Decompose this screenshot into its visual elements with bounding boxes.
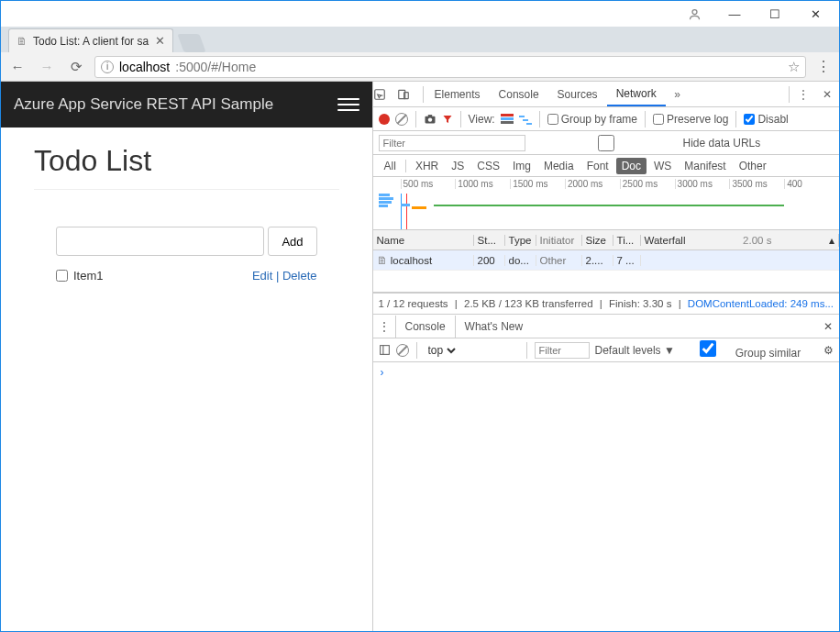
type-xhr[interactable]: XHR [410, 158, 444, 174]
devtools-close-icon[interactable]: ✕ [815, 88, 839, 101]
type-doc[interactable]: Doc [616, 158, 647, 174]
hide-data-urls-checkbox[interactable]: Hide data URLs [533, 135, 761, 151]
edit-link[interactable]: Edit [252, 269, 272, 283]
type-ws[interactable]: WS [648, 158, 677, 174]
devtools-menu-icon[interactable]: ⋮ [791, 88, 815, 101]
svg-rect-8 [501, 117, 514, 120]
type-manifest[interactable]: Manifest [679, 158, 731, 174]
svg-rect-12 [526, 123, 532, 125]
type-img[interactable]: Img [507, 158, 536, 174]
url-host: localhost [119, 60, 170, 74]
tab-sources[interactable]: Sources [548, 82, 607, 106]
dcl-link[interactable]: DOMContentLoaded: 249 ms... [688, 298, 834, 309]
type-media[interactable]: Media [538, 158, 580, 174]
tab-close-icon[interactable]: ✕ [155, 34, 165, 48]
record-button[interactable] [379, 114, 390, 125]
omnibox[interactable]: i localhost:5000/#/Home ☆ [94, 56, 806, 78]
type-font[interactable]: Font [581, 158, 614, 174]
window-titlebar: — ☐ ✕ [1, 1, 839, 27]
col-size[interactable]: Size [582, 235, 613, 246]
nav-back-button[interactable]: ← [6, 59, 28, 74]
page-icon: 🗎 [17, 35, 28, 48]
todo-list-item: Item1 Edit | Delete [56, 269, 317, 283]
nav-reload-button[interactable]: ⟳ [65, 59, 87, 75]
browser-tab[interactable]: 🗎 Todo List: A client for sa ✕ [8, 28, 173, 52]
console-filter-input[interactable] [535, 342, 590, 359]
add-todo-button[interactable]: Add [268, 227, 316, 256]
todo-checkbox[interactable] [56, 270, 68, 282]
type-js[interactable]: JS [446, 158, 470, 174]
device-toggle-icon[interactable] [397, 88, 421, 101]
devtools-panel: Elements Console Sources Network » ⋮ ✕ V… [372, 82, 839, 631]
delete-link[interactable]: Delete [282, 269, 317, 283]
page-title: Todo List [34, 144, 339, 178]
preserve-log-checkbox[interactable]: Preserve log [653, 113, 728, 126]
new-tab-button[interactable] [177, 34, 205, 52]
col-type[interactable]: Type [505, 235, 536, 246]
type-other[interactable]: Other [734, 158, 772, 174]
drawer-tab-whatsnew[interactable]: What's New [456, 315, 533, 338]
bookmark-star-icon[interactable]: ☆ [788, 59, 800, 75]
address-bar: ← → ⟳ i localhost:5000/#/Home ☆ ⋮ [1, 52, 839, 82]
table-header-row[interactable]: Name St... Type Initiator Size Ti... Wat… [373, 230, 839, 250]
col-waterfall[interactable]: Waterfall 2.00 s ▴ [641, 234, 839, 247]
network-filter-input[interactable] [379, 135, 525, 151]
svg-rect-11 [523, 119, 528, 121]
network-status-bar: 1 / 12 requests | 2.5 KB / 123 KB transf… [373, 293, 839, 315]
sort-arrow-icon: ▴ [829, 234, 834, 247]
network-type-filter: All XHR JS CSS Img Media Font Doc WS Man… [373, 155, 839, 177]
svg-point-0 [692, 9, 697, 14]
drawer-close-icon[interactable]: ✕ [817, 320, 839, 333]
col-name[interactable]: Name [373, 235, 474, 246]
context-selector[interactable]: top [425, 343, 459, 358]
group-by-frame-checkbox[interactable]: Group by frame [547, 113, 637, 126]
tab-elements[interactable]: Elements [426, 82, 490, 106]
inspect-icon[interactable] [373, 88, 397, 101]
group-similar-checkbox[interactable]: Group similar [680, 340, 801, 360]
drawer-menu-icon[interactable]: ⋮ [373, 320, 395, 333]
svg-rect-13 [380, 346, 389, 355]
console-body[interactable]: › [373, 362, 839, 383]
col-initiator[interactable]: Initiator [536, 235, 582, 246]
console-prompt-icon: › [381, 366, 384, 379]
network-timeline[interactable]: 500 ms 1000 ms 1500 ms 2000 ms 2500 ms 3… [373, 177, 839, 230]
large-rows-icon[interactable] [501, 114, 514, 125]
type-all[interactable]: All [379, 158, 402, 174]
hamburger-menu-button[interactable] [337, 94, 359, 115]
svg-rect-7 [501, 114, 514, 116]
window-minimize-button[interactable]: — [714, 1, 755, 27]
nav-forward-button[interactable]: → [36, 59, 58, 74]
col-time[interactable]: Ti... [613, 235, 641, 246]
tab-network[interactable]: Network [607, 82, 666, 106]
window-close-button[interactable]: ✕ [795, 1, 835, 27]
filter-icon[interactable] [442, 114, 453, 125]
new-todo-input[interactable] [56, 227, 264, 256]
user-account-icon[interactable] [674, 7, 714, 21]
console-sidebar-icon[interactable] [379, 344, 391, 356]
app-brand: Azure App Service REST API Sample [14, 95, 273, 114]
document-icon: 🗎 [377, 255, 388, 266]
screenshot-icon[interactable] [424, 114, 437, 124]
clear-button[interactable] [395, 113, 408, 126]
col-status[interactable]: St... [474, 235, 505, 246]
site-info-icon[interactable]: i [101, 61, 114, 73]
console-settings-icon[interactable]: ⚙ [823, 344, 834, 357]
app-navbar: Azure App Service REST API Sample [1, 82, 372, 128]
console-toolbar: top Default levels ▼ Group similar ⚙ [373, 338, 839, 362]
action-separator: | [272, 269, 282, 283]
log-levels-dropdown[interactable]: Default levels ▼ [595, 344, 675, 357]
browser-menu-button[interactable]: ⋮ [813, 58, 834, 75]
table-row[interactable]: 🗎 localhost 200 do... Other 2.... 7 ... [373, 250, 839, 271]
console-clear-button[interactable] [396, 344, 409, 357]
type-css[interactable]: CSS [471, 158, 505, 174]
disable-cache-checkbox[interactable]: Disabl [744, 113, 788, 126]
more-tabs-icon[interactable]: » [666, 88, 690, 101]
window-maximize-button[interactable]: ☐ [755, 1, 795, 27]
tab-console[interactable]: Console [490, 82, 548, 106]
waterfall-view-icon[interactable] [519, 114, 532, 125]
network-request-table: Name St... Type Initiator Size Ti... Wat… [373, 230, 839, 293]
network-toolbar: View: Group by frame Preserve log Disabl [373, 107, 839, 131]
drawer-tab-console[interactable]: Console [395, 316, 456, 338]
tab-title: Todo List: A client for sa [33, 35, 149, 48]
url-path: :5000/#/Home [175, 60, 256, 74]
